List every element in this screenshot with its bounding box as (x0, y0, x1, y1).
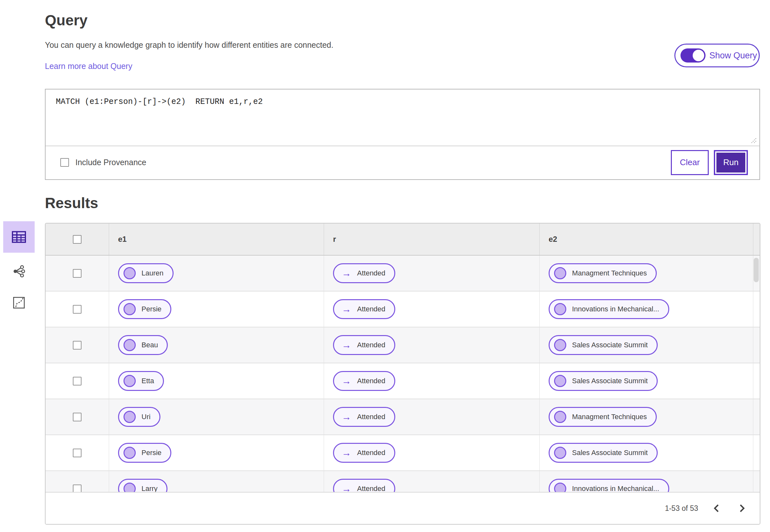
pagination-range: 1-53 of 53 (665, 504, 698, 513)
column-header-e2[interactable]: e2 (540, 224, 753, 255)
entity-node-icon (123, 375, 136, 387)
entity-chip[interactable]: Managment Techniques (549, 263, 657, 283)
relation-chip[interactable]: → Attended (333, 371, 395, 391)
page-title: Query (45, 12, 88, 29)
entity-chip[interactable]: Managment Techniques (549, 407, 657, 427)
row-scrollbar-cell (753, 327, 760, 363)
relation-chip[interactable]: → Attended (333, 407, 395, 427)
entity-chip[interactable]: Sales Associate Summit (549, 335, 658, 355)
table-row[interactable]: Etta → Attended Sales Associate Summit (46, 363, 760, 399)
row-checkbox[interactable] (73, 341, 81, 350)
run-button-focus-ring[interactable]: Run (714, 150, 748, 175)
cell-e2: Sales Associate Summit (540, 435, 753, 470)
table-footer: 1-53 of 53 (46, 492, 760, 524)
relation-chip[interactable]: → Attended (333, 263, 395, 283)
cell-r: → Attended (324, 327, 540, 363)
cell-e1: Etta (109, 363, 324, 399)
network-view-button[interactable] (3, 258, 35, 284)
row-scrollbar-cell (753, 399, 760, 435)
entity-chip[interactable]: Innovations in Mechanical... (549, 479, 669, 492)
cell-e2: Innovations in Mechanical... (540, 291, 753, 327)
include-provenance-checkbox[interactable] (60, 158, 69, 167)
table-row[interactable]: Larry → Attended Innovations in Mechanic… (46, 471, 760, 492)
entity-node-icon (123, 303, 136, 315)
results-table-viewport: e1 r e2 Lauren → Attended (46, 224, 760, 492)
row-checkbox-cell (46, 327, 109, 363)
run-button[interactable]: Run (716, 153, 745, 173)
header-scrollbar-cell (753, 224, 760, 255)
cell-r: → Attended (324, 471, 540, 492)
cell-e1: Persie (109, 291, 324, 327)
table-row[interactable]: Persie → Attended Sales Associate Summit (46, 435, 760, 471)
table-row[interactable]: Uri → Attended Managment Techniques (46, 399, 760, 435)
row-checkbox[interactable] (73, 377, 81, 385)
table-row[interactable]: Beau → Attended Sales Associate Summit (46, 327, 760, 363)
toggle-knob (693, 50, 704, 61)
show-query-toggle[interactable]: Show Query (674, 44, 760, 67)
relation-arrow-icon: → (342, 376, 351, 386)
entity-chip[interactable]: Uri (118, 407, 160, 427)
cell-e2: Sales Associate Summit (540, 363, 753, 399)
cell-e1: Larry (109, 471, 324, 492)
relation-chip[interactable]: → Attended (333, 299, 395, 319)
cell-e1: Uri (109, 399, 324, 435)
entity-node-icon (123, 339, 136, 351)
query-actions-bar: Include Provenance Clear Run (46, 146, 759, 179)
entity-node-icon (554, 447, 566, 459)
row-checkbox[interactable] (73, 269, 81, 278)
relation-chip[interactable]: → Attended (333, 479, 395, 492)
entity-node-icon (554, 375, 566, 387)
entity-chip[interactable]: Sales Associate Summit (549, 371, 658, 391)
next-page-button[interactable] (735, 501, 749, 516)
entity-node-icon (554, 267, 566, 279)
row-checkbox[interactable] (73, 413, 81, 421)
entity-chip[interactable]: Beau (118, 335, 168, 355)
previous-page-button[interactable] (709, 501, 724, 516)
table-body: Lauren → Attended Managment Techniques P… (46, 256, 760, 492)
learn-more-link[interactable]: Learn more about Query (45, 62, 132, 71)
relation-arrow-icon: → (342, 448, 351, 458)
resize-grip-icon[interactable] (749, 135, 757, 144)
clear-button[interactable]: Clear (671, 150, 709, 175)
chevron-left-icon (713, 504, 720, 513)
column-header-r[interactable]: r (324, 224, 540, 255)
row-checkbox-cell (46, 399, 109, 435)
results-view-switcher (3, 221, 35, 316)
show-query-label: Show Query (709, 51, 757, 61)
row-scrollbar-cell (753, 363, 760, 399)
row-checkbox-cell (46, 435, 109, 470)
query-editor[interactable]: MATCH (e1:Person)-[r]->(e2) RETURN e1,r,… (46, 89, 759, 146)
relation-arrow-icon: → (342, 412, 351, 422)
entity-chip[interactable]: Sales Associate Summit (549, 443, 658, 463)
row-checkbox[interactable] (73, 305, 81, 314)
table-scrollbar-thumb[interactable] (754, 258, 759, 282)
entity-chip[interactable]: Innovations in Mechanical... (549, 299, 669, 319)
chart-view-button[interactable] (3, 290, 35, 316)
cell-e2: Managment Techniques (540, 256, 753, 291)
row-checkbox-cell (46, 471, 109, 492)
row-checkbox-cell (46, 256, 109, 291)
chevron-right-icon (738, 504, 746, 513)
entity-chip[interactable]: Persie (118, 443, 171, 463)
table-row[interactable]: Lauren → Attended Managment Techniques (46, 256, 760, 291)
table-view-button[interactable] (3, 221, 35, 253)
cell-r: → Attended (324, 256, 540, 291)
relation-chip[interactable]: → Attended (333, 443, 395, 463)
relation-chip[interactable]: → Attended (333, 335, 395, 355)
entity-chip[interactable]: Persie (118, 299, 171, 319)
entity-chip[interactable]: Larry (118, 479, 167, 492)
query-panel: MATCH (e1:Person)-[r]->(e2) RETURN e1,r,… (45, 89, 760, 180)
row-checkbox[interactable] (73, 449, 81, 457)
query-input[interactable]: MATCH (e1:Person)-[r]->(e2) RETURN e1,r,… (56, 97, 263, 106)
entity-node-icon (554, 303, 566, 315)
row-checkbox[interactable] (73, 485, 81, 492)
entity-chip[interactable]: Etta (118, 371, 164, 391)
column-header-e1[interactable]: e1 (109, 224, 324, 255)
query-description: You can query a knowledge graph to ident… (45, 40, 333, 50)
cell-r: → Attended (324, 291, 540, 327)
table-row[interactable]: Persie → Attended Innovations in Mechani… (46, 291, 760, 327)
toggle-switch-icon[interactable] (681, 48, 706, 63)
entity-chip[interactable]: Lauren (118, 263, 173, 283)
select-all-checkbox[interactable] (73, 235, 81, 244)
relation-arrow-icon: → (342, 268, 351, 278)
